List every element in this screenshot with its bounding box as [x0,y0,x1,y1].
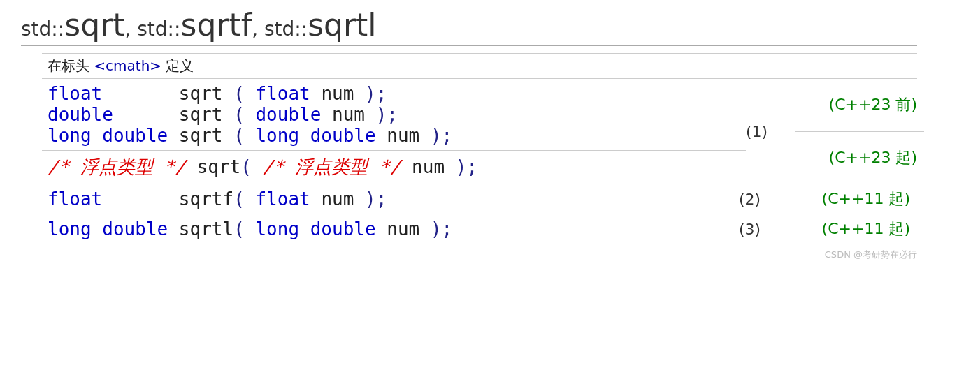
title-ns-2: std:: [137,17,180,40]
title-fn-3: sqrtl [308,7,376,43]
signature-row-2: float sqrtf( float num ); (2) (C++11 起) [42,184,917,214]
signature-code-1a: float sqrt ( float num ); double sqrt ( … [42,79,746,150]
signature-code-1b: /* 浮点类型 */ sqrt( /* 浮点类型 */ num ); [42,151,746,184]
header-name: <cmath> [94,57,161,74]
title-ns-1: std:: [21,17,64,40]
page-title: std::sqrt, std::sqrtf, std::sqrtl [21,7,917,46]
version-tag-3: (C++11 起) [788,219,917,239]
version-tag-1a: (C++23 前) [795,79,924,132]
version-tag-1b: (C++23 起) [795,132,924,184]
title-ns-3: std:: [264,17,308,40]
signature-code-2: float sqrtf( float num ); [42,184,739,214]
signature-number-3: (3) [739,221,788,238]
title-fn-2: sqrtf [180,7,252,43]
signature-number-1: (1) [746,79,795,184]
watermark: CSDN @考研势在必行 [21,244,917,261]
declarations-block: 在标头 <cmath> 定义 float sqrt ( float num );… [21,53,917,244]
signature-row-3: long double sqrtl( long double num ); (3… [42,214,917,244]
title-fn-1: sqrt [64,7,124,43]
signature-number-2: (2) [739,191,788,208]
defined-in-header: 在标头 <cmath> 定义 [42,53,917,78]
version-tag-2: (C++11 起) [788,188,917,209]
signature-code-3: long double sqrtl( long double num ); [42,214,739,244]
signature-row-1: float sqrt ( float num ); double sqrt ( … [42,78,917,184]
